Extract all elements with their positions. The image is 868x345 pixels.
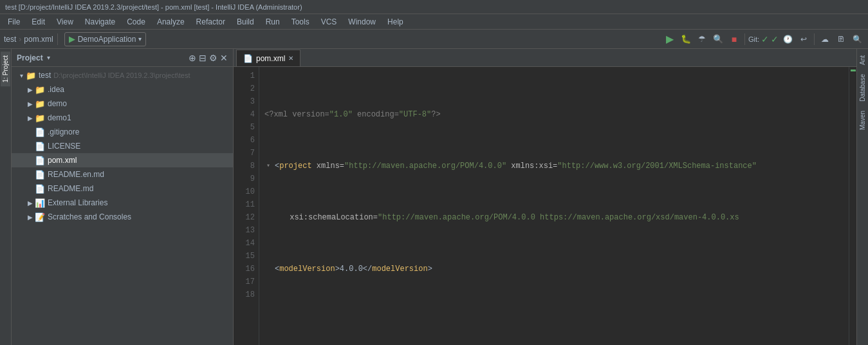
tree-arrow-idea: ▶ [26,86,35,93]
tree-arrow-demo1: ▶ [26,115,35,122]
stop-button[interactable]: ■ [727,32,741,46]
tree-label-gitignore: .gitignore [48,127,79,136]
tree-item-pom[interactable]: 📄 pom.xml [12,153,233,167]
search-everywhere-button[interactable]: 🔍 [850,32,864,46]
debug-button[interactable]: 🐛 [679,32,693,46]
fold-2[interactable]: ▾ [264,160,272,172]
git-history-button[interactable]: 🕐 [780,32,795,46]
sidebar-settings-icon[interactable]: ⚙ [209,53,217,63]
line-num-9: 9 [236,172,255,185]
line-numbers: 1 2 3 4 5 6 7 8 9 10 11 12 13 14 15 16 1 [234,67,259,345]
file-icon-pom: 📄 [35,156,45,165]
line-num-8: 8 [236,160,255,172]
line-num-4: 4 [236,108,255,121]
code-text-2b: project [279,160,311,172]
menu-item-vcs[interactable]: VCS [316,16,342,28]
tree-item-scratches[interactable]: ▶ 📝 Scratches and Consoles [12,210,233,224]
menu-item-code[interactable]: Code [122,16,151,28]
tree-item-gitignore[interactable]: 📄 .gitignore [12,125,233,139]
line-num-17: 17 [236,275,255,288]
profile-button[interactable]: 🔍 [711,32,725,46]
sidebar-panel: Project ▾ ⊕ ⊟ ⚙ ✕ ▾ 📁 test D:\project\In… [12,49,234,345]
git-check-2: ✓ [771,34,779,44]
terminal-button[interactable]: 🖹 [834,32,848,46]
git-status: Git: [748,35,759,43]
line-num-5: 5 [236,121,255,134]
tree-item-idea[interactable]: ▶ 📁 .idea [12,82,233,97]
toolbar-right: ▶ 🐛 ☂ 🔍 ■ Git: ✓ ✓ 🕐 ↩ ☁ 🖹 🔍 [663,32,864,46]
tab-label-pom: pom.xml [256,54,285,63]
line-num-18: 18 [236,288,255,301]
tree-label-readme-en: README.en.md [48,170,104,179]
code-text-4b: modelVersion [279,263,335,275]
sidebar-header-icons: ⊕ ⊟ ⚙ ✕ [189,53,228,63]
line-num-13: 13 [236,224,255,237]
tree-label-root: test [39,71,51,80]
menu-item-navigate[interactable]: Navigate [80,16,120,28]
menu-item-refactor[interactable]: Refactor [191,16,230,28]
tree-label-pom: pom.xml [48,156,77,165]
right-panel-database[interactable]: Database [858,70,867,106]
tree-label-scratches: Scratches and Consoles [48,212,131,221]
line-num-11: 11 [236,198,255,211]
project-tab-button[interactable]: 1: Project [1,51,10,86]
menu-item-analyze[interactable]: Analyze [152,16,190,28]
code-text-4d: 4.0.0 [340,263,363,275]
folder-icon-root: 📁 [26,71,36,80]
tree-item-demo1[interactable]: ▶ 📁 demo1 [12,111,233,125]
sidebar-close-icon[interactable]: ✕ [220,53,228,63]
coverage-button[interactable]: ☂ [695,32,709,46]
menu-item-window[interactable]: Window [343,16,381,28]
tree-arrow-scratches: ▶ [26,214,35,221]
run-config-icon: ▶ [69,34,75,44]
title-bar: test [D:/project/IntelliJ IDEA 2019.2.3/… [0,0,868,14]
tree-path-root: D:\project\IntelliJ IDEA 2019.2.3\projec… [53,71,190,79]
vcs-button[interactable]: ☁ [818,32,832,46]
run-config-selector[interactable]: ▶ DemoApplication ▾ [64,32,147,46]
tab-close-pom[interactable]: ✕ [288,55,293,62]
menu-item-tools[interactable]: Tools [286,16,315,28]
menu-item-run[interactable]: Run [261,16,285,28]
menu-item-file[interactable]: File [3,16,25,28]
file-icon-readme-en: 📄 [35,170,45,180]
tree-item-root[interactable]: ▾ 📁 test D:\project\IntelliJ IDEA 2019.2… [12,68,233,82]
menu-item-help[interactable]: Help [382,16,409,28]
tree-label-idea: .idea [48,85,64,94]
tree-item-ext-libs[interactable]: ▶ 📊 External Libraries [12,196,233,210]
code-line-1: <?xml version="1.0" encoding="UTF-8"?> [264,108,844,121]
tree-item-readme-en[interactable]: 📄 README.en.md [12,167,233,182]
right-panel-ant[interactable]: Ant [858,51,867,69]
tree-item-license[interactable]: 📄 LICENSE [12,139,233,153]
icon-scratches: 📝 [35,212,45,222]
sidebar-collapse-icon[interactable]: ⊟ [199,53,207,63]
code-text-4a: < [275,263,279,275]
git-rollback-button[interactable]: ↩ [797,32,811,46]
breadcrumb-file[interactable]: pom.xml [24,35,53,44]
toolbar: test › pom.xml ▶ DemoApplication ▾ ▶ 🐛 ☂… [0,30,868,49]
tree-label-demo: demo [48,99,67,108]
menu-item-edit[interactable]: Edit [26,16,50,28]
line-num-2: 2 [236,82,255,95]
line-num-6: 6 [236,134,255,147]
tree-label-ext-libs: External Libraries [48,198,107,207]
tab-pom[interactable]: 📄 pom.xml ✕ [236,50,300,66]
folder-icon-demo: 📁 [35,99,45,109]
tree-item-demo[interactable]: ▶ 📁 demo [12,97,233,111]
sidebar-dropdown-icon[interactable]: ▾ [47,54,50,61]
sidebar-header: Project ▾ ⊕ ⊟ ⚙ ✕ [12,49,233,67]
title-text: test [D:/project/IntelliJ IDEA 2019.2.3/… [5,3,302,11]
code-text-2f: "http://www.w3.org/2001/XMLSchema-instan… [557,160,757,172]
run-config-dropdown-icon: ▾ [138,35,142,42]
toolbar-separator-1 [57,33,58,45]
editor-content[interactable]: 1 2 3 4 5 6 7 8 9 10 11 12 13 14 15 16 1 [234,67,856,345]
right-panel-maven[interactable]: Maven [858,107,867,134]
code-line-4: <modelVersion>4.0.0</modelVersion> [264,263,844,275]
breadcrumb-root[interactable]: test [4,35,16,44]
tree-arrow-root: ▾ [17,72,26,79]
sidebar-locate-icon[interactable]: ⊕ [189,53,196,63]
run-button[interactable]: ▶ [663,32,677,46]
menu-item-build[interactable]: Build [232,16,259,28]
tree-item-readme[interactable]: 📄 README.md [12,182,233,196]
code-area[interactable]: <?xml version="1.0" encoding="UTF-8"?> ▾… [259,67,849,345]
menu-item-view[interactable]: View [51,16,78,28]
